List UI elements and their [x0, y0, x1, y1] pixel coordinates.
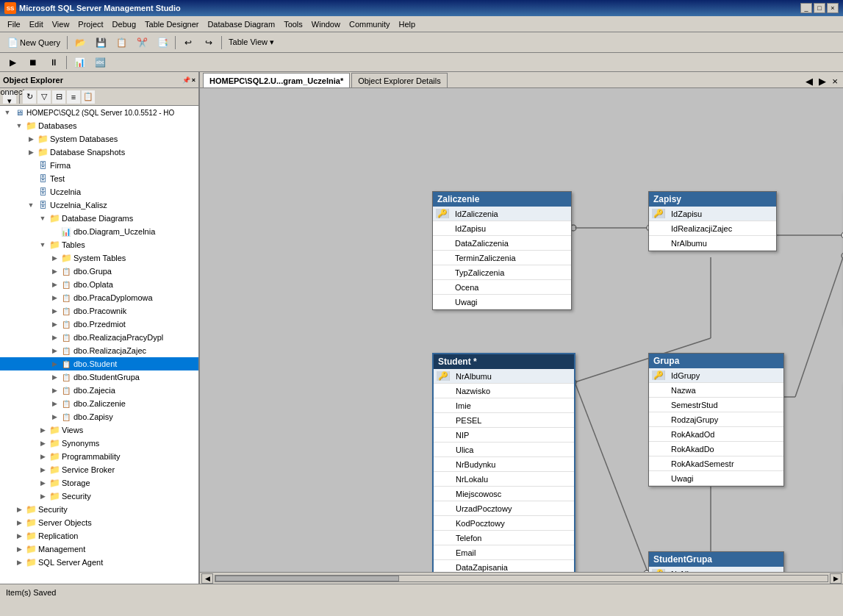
grupa-row-idgrupy[interactable]: 🔑 IdGrupy: [649, 368, 783, 383]
oe-close-icon[interactable]: ×: [192, 76, 195, 84]
table-zaliczenie[interactable]: Zaliczenie 🔑 IdZaliczenia IdZapisu DataZ…: [432, 191, 572, 310]
tree-table-student[interactable]: ▶ 📋 dbo.Student: [0, 357, 198, 370]
connect-button[interactable]: Connect ▾: [3, 90, 16, 104]
tree-management[interactable]: ▶ 📁 Management: [0, 542, 198, 556]
tab-oe-details[interactable]: Object Explorer Details: [351, 73, 448, 87]
tree-service-broker[interactable]: ▶ 📁 Service Broker: [0, 463, 198, 476]
grupa-row-rokakaddo[interactable]: RokAkadDo: [649, 442, 783, 456]
toolbar-btn-7[interactable]: ↪: [199, 35, 218, 51]
maximize-button[interactable]: □: [814, 3, 825, 13]
title-bar-controls[interactable]: _ □ ×: [800, 3, 839, 13]
toolbar2-btn-3[interactable]: ⏸: [44, 54, 63, 71]
zaliczenie-row-datazaliczenia[interactable]: DataZaliczenia: [433, 236, 571, 251]
tree-replication[interactable]: ▶ 📁 Replication: [0, 529, 198, 542]
scroll-right-btn[interactable]: ▶: [830, 573, 842, 584]
scroll-left-btn[interactable]: ◀: [201, 573, 213, 584]
menu-debug[interactable]: Debug: [108, 18, 140, 30]
oe-pin-icon[interactable]: 📌: [182, 76, 190, 84]
zaliczenie-row-ocena[interactable]: Ocena: [433, 280, 571, 295]
toolbar-btn-5[interactable]: 📑: [153, 35, 172, 51]
toolbar2-btn-1[interactable]: ▶: [3, 54, 22, 71]
tree-sql-agent[interactable]: ▶ 📁 SQL Server Agent: [0, 556, 198, 569]
student-row-email[interactable]: Email: [434, 545, 574, 560]
tree-table-zapisy[interactable]: ▶ 📋 dbo.Zapisy: [0, 410, 198, 423]
tree-table-studentgrupa[interactable]: ▶ 📋 dbo.StudentGrupa: [0, 370, 198, 384]
toolbar2-btn-4[interactable]: 📊: [70, 54, 89, 71]
scroll-thumb[interactable]: [215, 576, 399, 581]
oe-details-button[interactable]: 📋: [82, 90, 95, 104]
oe-tree[interactable]: ▼ 🖥 HOMEPC\SQL2 (SQL Server 10.0.5512 - …: [0, 106, 198, 584]
diagram-area[interactable]: Zaliczenie 🔑 IdZaliczenia IdZapisu DataZ…: [200, 88, 843, 572]
zaliczenie-row-uwagi[interactable]: Uwagi: [433, 295, 571, 309]
tree-server-objects[interactable]: ▶ 📁 Server Objects: [0, 516, 198, 529]
menu-help[interactable]: Help: [395, 18, 420, 30]
zaliczenie-row-idzapisu[interactable]: IdZapisu: [433, 221, 571, 236]
tree-table-przedmiot[interactable]: ▶ 📋 dbo.Przedmiot: [0, 318, 198, 331]
menu-tools[interactable]: Tools: [279, 18, 307, 30]
tree-tables[interactable]: ▼ 📁 Tables: [0, 238, 198, 251]
zapisy-row-idrealizacjizajec[interactable]: IdRealizacjiZajec: [649, 221, 776, 236]
student-row-nralbumu[interactable]: 🔑 NrAlbumu: [434, 369, 574, 384]
tree-db-snapshots[interactable]: ▶ 📁 Database Snapshots: [0, 146, 198, 159]
tree-security-top[interactable]: ▶ 📁 Security: [0, 503, 198, 516]
tree-db-diagrams[interactable]: ▼ 📁 Database Diagrams: [0, 212, 198, 225]
menu-database-diagram[interactable]: Database Diagram: [203, 18, 279, 30]
tab-diagram[interactable]: HOMEPC\SQL2.U...gram_Uczelnia*: [203, 73, 350, 87]
student-row-miejscowosc[interactable]: Miejscowosc: [434, 487, 574, 501]
oe-filter-button[interactable]: ▽: [37, 90, 51, 104]
zaliczenie-row-terminzaliczenia[interactable]: TerminZaliczenia: [433, 251, 571, 265]
horizontal-scrollbar[interactable]: ◀ ▶: [200, 572, 843, 584]
grupa-row-rokakadon[interactable]: RokAkadOd: [649, 427, 783, 442]
menu-project[interactable]: Project: [73, 18, 107, 30]
tree-security-db[interactable]: ▶ 📁 Security: [0, 490, 198, 503]
tree-storage[interactable]: ▶ 📁 Storage: [0, 476, 198, 490]
table-view-dropdown[interactable]: Table View ▾: [225, 35, 278, 51]
zapisy-row-idzapisu[interactable]: 🔑 IdZapisu: [649, 207, 776, 221]
student-row-nip[interactable]: NIP: [434, 428, 574, 443]
tree-server[interactable]: ▼ 🖥 HOMEPC\SQL2 (SQL Server 10.0.5512 - …: [0, 106, 198, 119]
grupa-row-uwagi[interactable]: Uwagi: [649, 471, 783, 486]
tree-firma[interactable]: 🗄 Firma: [0, 159, 198, 172]
tab-scroll-right[interactable]: ▶: [817, 75, 828, 87]
tree-table-zaliczenie[interactable]: ▶ 📋 dbo.Zaliczenie: [0, 397, 198, 410]
student-row-imie[interactable]: Imie: [434, 398, 574, 413]
minimize-button[interactable]: _: [800, 3, 812, 13]
student-row-telefon[interactable]: Telefon: [434, 531, 574, 545]
menu-edit[interactable]: Edit: [25, 18, 48, 30]
tree-views[interactable]: ▶ 📁 Views: [0, 423, 198, 437]
student-row-pesel[interactable]: PESEL: [434, 413, 574, 428]
grupa-row-rodzajgrupy[interactable]: RodzajGrupy: [649, 412, 783, 427]
tab-close[interactable]: ×: [830, 75, 840, 87]
student-row-nrbudynku[interactable]: NrBudynku: [434, 457, 574, 472]
student-row-nrlokalu[interactable]: NrLokalu: [434, 472, 574, 487]
tree-synonyms[interactable]: ▶ 📁 Synonyms: [0, 437, 198, 450]
menu-window[interactable]: Window: [307, 18, 345, 30]
zaliczenie-row-typzaliczenia[interactable]: TypZaliczenia: [433, 265, 571, 280]
toolbar-btn-3[interactable]: 📋: [112, 35, 131, 51]
menu-file[interactable]: File: [3, 18, 25, 30]
tree-test[interactable]: 🗄 Test: [0, 172, 198, 185]
toolbar-btn-6[interactable]: ↩: [179, 35, 198, 51]
student-row-urzadpocztowy[interactable]: UrzadPocztowy: [434, 501, 574, 516]
studentgrupa-row-nralbumu[interactable]: 🔑 NrAlbumu: [649, 567, 783, 572]
tree-uczelnia-kalisz[interactable]: ▼ 🗄 Uczelnia_Kalisz: [0, 198, 198, 212]
scroll-track[interactable]: [215, 575, 828, 582]
tab-scroll-left[interactable]: ◀: [803, 75, 815, 87]
tree-table-oplata[interactable]: ▶ 📋 dbo.Oplata: [0, 278, 198, 291]
table-grupa[interactable]: Grupa 🔑 IdGrupy Nazwa SemestrStud: [648, 353, 784, 487]
tree-system-tables[interactable]: ▶ 📁 System Tables: [0, 251, 198, 265]
grupa-row-nazwa[interactable]: Nazwa: [649, 383, 783, 398]
oe-refresh-button[interactable]: ↻: [23, 90, 36, 104]
tree-table-realizacjapracydypl[interactable]: ▶ 📋 dbo.RealizacjaPracyDypl: [0, 331, 198, 344]
tree-databases[interactable]: ▼ 📁 Databases: [0, 119, 198, 132]
new-query-button[interactable]: 📄 New Query: [3, 35, 64, 51]
tree-programmability[interactable]: ▶ 📁 Programmability: [0, 450, 198, 463]
oe-list-button[interactable]: ≡: [67, 90, 80, 104]
menu-community[interactable]: Community: [345, 18, 395, 30]
menu-table-designer[interactable]: Table Designer: [140, 18, 203, 30]
grupa-row-rokakadsemestr[interactable]: RokAkadSemestr: [649, 456, 783, 471]
tree-table-zajecia[interactable]: ▶ 📋 dbo.Zajecia: [0, 384, 198, 397]
tree-table-grupa[interactable]: ▶ 📋 dbo.Grupa: [0, 265, 198, 278]
toolbar2-btn-2[interactable]: ⏹: [24, 54, 43, 71]
student-row-kodpocztowy[interactable]: KodPocztowy: [434, 516, 574, 531]
